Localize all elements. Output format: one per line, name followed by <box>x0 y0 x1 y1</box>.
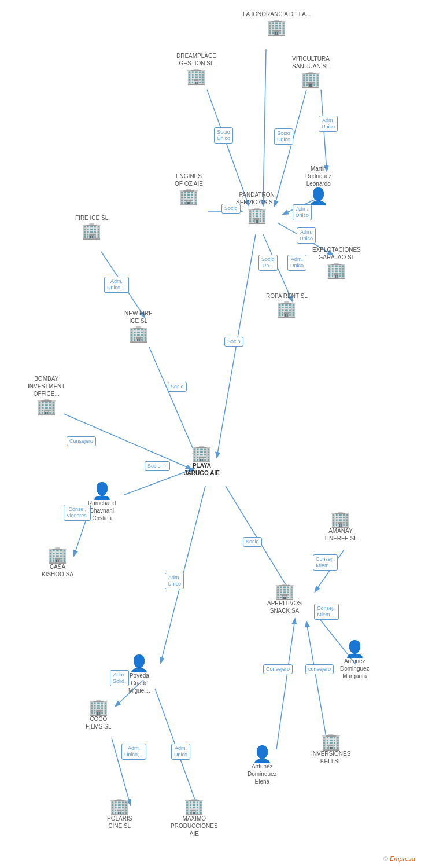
watermark-brand: Empresa <box>390 855 415 862</box>
building-icon: 🏢 <box>186 68 206 84</box>
building-icon: 🏢 <box>88 699 109 715</box>
node-inversiones-keli[interactable]: 🏢 INVERSIONESKELI SL <box>311 734 350 766</box>
building-icon-highlight: 🏢 <box>191 446 212 462</box>
node-viticultura[interactable]: VITICULTURASAN JUAN SL 🏢 <box>292 55 330 87</box>
node-polaris-cine[interactable]: 🏢 POLARISCINE SL <box>107 799 132 831</box>
edge-label-consejero-1: Consejero <box>263 664 293 674</box>
person-icon: 👤 <box>308 189 328 205</box>
building-icon: 🏢 <box>330 511 350 527</box>
edge-label-consej-miem-1: Consej.,Miem.... <box>313 554 338 571</box>
edge-label-consej-miem-2: Consej.,Miem.... <box>314 604 339 620</box>
svg-line-0 <box>263 49 266 205</box>
node-new-fire-ice[interactable]: NEW FIREICE SL 🏢 <box>124 310 153 342</box>
person-icon: 👤 <box>92 483 112 499</box>
edge-label-consejero-bombay: Consejero <box>67 436 96 446</box>
person-icon: 👤 <box>345 641 365 657</box>
edge-label-socio-playa-aperitivos: Socio <box>243 537 262 547</box>
edge-label-socio-newfire-playa: Socio <box>168 382 187 392</box>
node-casa-kishoo[interactable]: 🏢 CASAKISHOO SA <box>42 547 73 579</box>
node-amanay-tinerfe[interactable]: 🏢 AMANAYTINERFE SL <box>324 511 357 543</box>
building-icon: 🏢 <box>179 189 199 205</box>
edge-label-socio-unico-2: SocioÚnico <box>274 128 293 145</box>
edge-label-consejero-2: consejero <box>305 664 334 674</box>
node-la-ignorancia[interactable]: LA IGNORANCIA DE LA... 🏢 <box>243 10 311 35</box>
building-icon: 🏢 <box>47 547 68 563</box>
watermark: © Empresa <box>383 855 415 862</box>
node-pandatron[interactable]: PANDATRONSERVICIOS S... 🏢 <box>236 191 278 223</box>
edge-label-adm-unico-playa: Adm.Unico <box>165 573 184 589</box>
svg-line-12 <box>124 469 194 495</box>
edge-label-adm-solid: Adm.Solid. <box>110 670 129 686</box>
edges-svg <box>0 0 421 868</box>
edge-label-socio-unico-1: SocioÚnico <box>214 127 233 144</box>
building-icon: 🏢 <box>82 223 102 239</box>
edge-label-adm-unico-explot: Adm.Unico <box>297 227 316 244</box>
person-icon: 👤 <box>129 656 149 672</box>
node-fire-ice[interactable]: FIRE ICE SL 🏢 <box>75 214 108 239</box>
edge-label-socio-ramchand: Socio → <box>145 461 170 471</box>
building-icon: 🏢 <box>128 326 149 342</box>
node-dreamplace[interactable]: DREAMPLACEGESTION SL 🏢 <box>176 52 216 84</box>
edge-label-adm-unico-fire: Adm.Unico,... <box>104 277 129 293</box>
building-icon: 🏢 <box>301 71 321 87</box>
person-icon: 👤 <box>252 746 272 763</box>
building-icon: 🏢 <box>247 207 267 223</box>
building-icon: 🏢 <box>36 399 57 415</box>
edge-label-adm-unico-martin: Adm.Unico <box>293 204 312 220</box>
edge-label-consej-vicepres: Consej.Vicepres. <box>64 505 91 521</box>
edge-label-adm-unico-maximo: Adm.Unico <box>171 744 190 760</box>
node-maximo-producciones[interactable]: 🏢 MAXIMOPRODUCCIONESAIE <box>171 799 218 838</box>
node-antunez-elena[interactable]: 👤 AntunezDominguezElena <box>248 746 277 786</box>
svg-line-10 <box>149 347 197 457</box>
edge-label-adm-unico-ropa: Adm.Unico <box>287 255 306 271</box>
building-icon: 🏢 <box>109 799 130 815</box>
svg-line-1 <box>207 90 249 205</box>
svg-line-19 <box>306 622 327 741</box>
building-icon: 🏢 <box>267 19 287 35</box>
node-bombay[interactable]: BOMBAYINVESTMENTOFFICE... 🏢 <box>28 375 65 415</box>
svg-line-2 <box>275 90 306 205</box>
node-engines-oz[interactable]: ENGINESOF OZ AIE 🏢 <box>175 172 203 205</box>
building-icon: 🏢 <box>276 301 297 317</box>
node-playa-jarugo[interactable]: 🏢 PLAYAJARUGO AIE <box>184 446 220 478</box>
graph-container: LA IGNORANCIA DE LA... 🏢 DREAMPLACEGESTI… <box>0 0 421 868</box>
edge-label-socio-unico-ropa: SocioÚn... <box>258 255 278 271</box>
node-ropa-rent[interactable]: ROPA RENT SL 🏢 <box>266 292 308 317</box>
node-martin-rodriguez[interactable]: MartinRodriguezLeonardo 👤 <box>305 165 332 205</box>
edge-label-adm-unico-vit: Adm.Unico <box>319 116 338 132</box>
node-poveda-criado[interactable]: 👤 PovedaCriadoMiguel... <box>128 656 150 696</box>
node-coco-films[interactable]: 🏢 COCOFILMS SL <box>86 699 111 731</box>
building-icon: 🏢 <box>275 583 295 599</box>
building-icon: 🏢 <box>184 799 204 815</box>
node-antunez-margarita[interactable]: 👤 AntunezDominguezMargarita <box>340 641 370 681</box>
building-icon: 🏢 <box>321 734 341 750</box>
node-aperitivos-snack[interactable]: 🏢 APERITIVOSSNACK SA <box>267 583 302 616</box>
node-ramchand[interactable]: 👤 RamchandBhavnaniCristina <box>88 483 116 523</box>
svg-line-18 <box>276 619 295 749</box>
edge-label-socio-pandatron-playa: Socio <box>224 337 243 347</box>
edge-label-adm-unico-coco: Adm.Unico,... <box>121 744 146 760</box>
building-icon: 🏢 <box>326 262 346 278</box>
node-explotaciones-garajao[interactable]: EXPLOTACIONESGARAJAO SL 🏢 <box>312 246 361 278</box>
